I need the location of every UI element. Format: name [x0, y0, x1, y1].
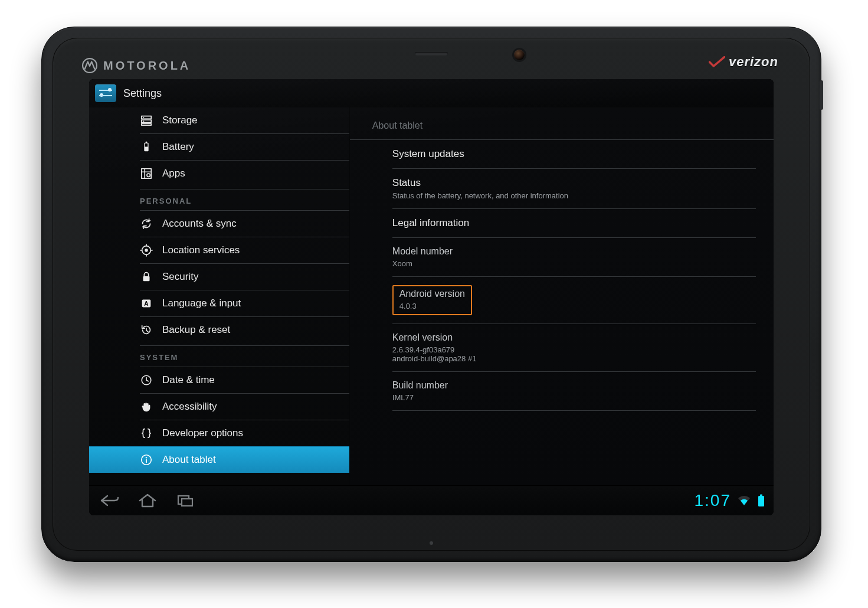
sidebar-item-label: Backup & reset — [162, 324, 230, 336]
about-header: About tablet — [350, 107, 774, 140]
settings-sidebar[interactable]: StorageBatteryAppsPERSONALAccounts & syn… — [89, 107, 350, 486]
section-header-personal: PERSONAL — [140, 189, 349, 210]
tablet-body: MOTOROLA verizon Settings — [41, 27, 821, 562]
pref-title: Kernel version — [392, 332, 756, 343]
brand-verizon: verizon — [709, 54, 778, 70]
svg-point-4 — [143, 117, 145, 118]
sidebar-item-apps[interactable]: Apps — [140, 160, 349, 187]
svg-rect-23 — [760, 495, 762, 496]
page-title: Settings — [123, 87, 162, 100]
svg-rect-19 — [146, 459, 147, 463]
sidebar-item-storage[interactable]: Storage — [140, 107, 349, 133]
battery-icon — [140, 140, 153, 153]
brand-motorola-text: MOTOROLA — [103, 59, 191, 73]
pref-subtitle: IML77 — [392, 393, 756, 402]
svg-rect-22 — [758, 496, 764, 506]
section-header-system: SYSTEM — [140, 345, 349, 367]
pref-legal-info[interactable]: Legal information — [392, 209, 756, 238]
sync-icon — [140, 217, 153, 230]
pref-title: Model number — [392, 246, 756, 257]
front-camera — [514, 50, 525, 60]
sidebar-item-label: Storage — [162, 115, 198, 126]
pref-kernel-version: Kernel version2.6.39.4-gf03a679 android-… — [392, 324, 756, 372]
back-button[interactable] — [97, 492, 122, 509]
sidebar-item-backup-reset[interactable]: Backup & reset — [140, 316, 349, 343]
battery-icon — [757, 494, 765, 507]
sidebar-item-language-input[interactable]: ALanguage & input — [140, 290, 349, 316]
svg-point-11 — [145, 249, 148, 252]
recent-apps-button[interactable] — [173, 492, 198, 509]
motorola-logo-icon — [82, 58, 97, 73]
pref-title: System updates — [392, 148, 756, 160]
pref-title: Status — [392, 177, 756, 189]
clock: 1:07 — [695, 491, 732, 510]
sidebar-item-label: Date & time — [162, 374, 215, 386]
sidebar-item-label: Developer options — [162, 427, 243, 439]
sidebar-item-battery[interactable]: Battery — [140, 133, 349, 160]
svg-rect-21 — [182, 499, 192, 506]
sidebar-item-developer-options[interactable]: Developer options — [140, 420, 349, 446]
sidebar-item-accessibility[interactable]: Accessibility — [140, 393, 349, 420]
sidebar-item-label: Location services — [162, 244, 240, 256]
pref-subtitle: Xoom — [392, 259, 756, 268]
svg-point-5 — [143, 120, 145, 122]
svg-rect-8 — [145, 143, 148, 147]
power-button — [820, 80, 823, 110]
proximity-sensor — [415, 52, 448, 55]
pref-system-updates[interactable]: System updates — [392, 140, 756, 169]
pref-subtitle: 2.6.39.4-gf03a679 android-build@apa28 #1 — [392, 345, 756, 363]
pref-model-number: Model numberXoom — [392, 238, 756, 277]
about-tablet-pane: About tablet System updatesStatusStatus … — [350, 107, 774, 486]
sidebar-item-label: Accounts & sync — [162, 218, 237, 230]
highlight-android-version: Android version4.0.3 — [392, 285, 472, 315]
lock-icon — [140, 270, 153, 283]
status-area[interactable]: 1:07 — [695, 491, 766, 510]
svg-point-10 — [147, 174, 150, 177]
sidebar-item-label: Accessibility — [162, 401, 217, 413]
pref-android-version: Android version4.0.3 — [392, 277, 756, 324]
language-icon: A — [140, 297, 153, 310]
sidebar-item-label: Apps — [162, 168, 185, 179]
pref-title: Android version — [399, 289, 465, 299]
info-icon — [140, 453, 153, 466]
sidebar-item-label: Language & input — [162, 298, 241, 309]
tablet-bezel: MOTOROLA verizon Settings — [53, 38, 810, 551]
storage-icon — [140, 114, 153, 127]
braces-icon — [140, 427, 153, 440]
pref-title: Legal information — [392, 217, 756, 229]
pref-status[interactable]: StatusStatus of the battery, network, an… — [392, 169, 756, 209]
action-bar: Settings — [89, 79, 774, 109]
svg-point-18 — [146, 457, 147, 458]
brand-verizon-text: verizon — [729, 54, 778, 70]
location-icon — [140, 244, 153, 257]
sidebar-item-date-time[interactable]: Date & time — [140, 367, 349, 393]
sidebar-item-label: Security — [162, 271, 198, 283]
svg-text:A: A — [144, 300, 149, 307]
screen: Settings StorageBatteryAppsPERSONALAccou… — [89, 79, 774, 515]
pref-subtitle: Status of the battery, network, and othe… — [392, 191, 756, 200]
svg-rect-2 — [142, 120, 152, 123]
settings-app-icon[interactable] — [95, 84, 116, 102]
home-button[interactable] — [135, 492, 160, 509]
pref-title: Build number — [392, 380, 756, 391]
pref-subtitle: 4.0.3 — [399, 302, 465, 310]
apps-icon — [140, 167, 153, 180]
brand-motorola: MOTOROLA — [82, 58, 191, 73]
sidebar-item-accounts-sync[interactable]: Accounts & sync — [140, 210, 349, 237]
svg-rect-7 — [146, 142, 148, 143]
verizon-check-icon — [709, 56, 725, 68]
system-bar: 1:07 — [89, 485, 774, 515]
sidebar-item-about-tablet[interactable]: About tablet — [89, 446, 349, 473]
sidebar-item-location-services[interactable]: Location services — [140, 237, 349, 263]
svg-rect-13 — [143, 276, 150, 281]
sidebar-item-security[interactable]: Security — [140, 263, 349, 290]
sidebar-item-label: Battery — [162, 141, 194, 153]
svg-rect-1 — [142, 116, 152, 119]
sidebar-item-label: About tablet — [162, 454, 216, 466]
wifi-icon — [737, 495, 751, 506]
svg-rect-3 — [142, 124, 152, 126]
pref-build-number: Build numberIML77 — [392, 372, 756, 411]
hand-icon — [140, 400, 153, 413]
clock-icon — [140, 374, 153, 387]
restore-icon — [140, 323, 153, 336]
